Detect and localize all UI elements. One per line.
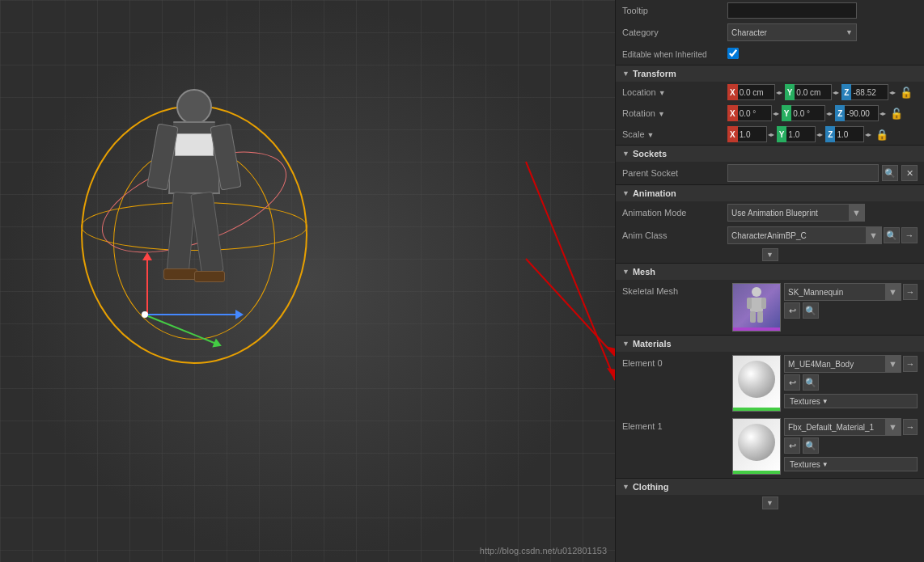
rotation-y-input[interactable]	[791, 105, 825, 121]
element1-search-btn[interactable]: 🔍	[803, 437, 819, 454]
rotation-x-field: X ◂▸	[727, 105, 780, 121]
element0-arrow: ▼	[885, 356, 901, 372]
element0-content: M_UE4Man_Body ▼ → ↩ 🔍 Textures ▼	[732, 355, 918, 412]
location-z-arrows[interactable]: ◂▸	[888, 89, 896, 96]
anim-class-dropdown[interactable]: CharacterAnimBP_C ▼	[727, 226, 882, 244]
rotation-z-field: Z ◂▸	[835, 105, 887, 121]
clothing-expand-btn[interactable]: ▼	[762, 497, 778, 509]
element0-textures-label: Textures	[790, 397, 820, 406]
element1-dropdown[interactable]: Fbx_Default_Material_1 ▼	[784, 418, 901, 436]
element1-textures-btn[interactable]: Textures ▼	[784, 457, 918, 471]
category-dropdown[interactable]: Character ▼	[727, 23, 857, 41]
scale-y-field: Y ◂▸	[777, 126, 824, 142]
category-text: Character	[731, 28, 767, 37]
scale-x-field: X ◂▸	[727, 126, 775, 142]
editable-label: Editable when Inherited	[622, 50, 727, 59]
properties-panel: Tooltip Category Character ▼ Editable wh…	[615, 0, 924, 562]
scale-xyz: X ◂▸ Y ◂▸ Z ◂▸ 🔒	[727, 126, 918, 142]
anim-expand-btn[interactable]: ▼	[762, 248, 778, 261]
scale-x-arrows[interactable]: ◂▸	[767, 131, 775, 138]
element1-label: Element 1	[622, 418, 727, 475]
rotation-z-input[interactable]	[845, 105, 879, 121]
mesh-section-header[interactable]: ▼ Mesh	[616, 263, 924, 280]
element1-textures-label: Textures	[790, 460, 820, 469]
socket-clear-btn[interactable]: ✕	[901, 165, 918, 181]
scale-y-arrows[interactable]: ◂▸	[816, 131, 824, 138]
location-x-arrows[interactable]: ◂▸	[775, 89, 783, 96]
rotation-x-label: X	[727, 105, 738, 121]
location-lock-icon[interactable]: 🔓	[900, 87, 913, 99]
3d-viewport[interactable]: http://blog.csdn.net/u012801153	[0, 0, 615, 562]
location-z-input[interactable]	[851, 84, 888, 100]
tooltip-row: Tooltip	[616, 0, 924, 21]
parent-socket-label: Parent Socket	[622, 168, 727, 178]
element0-textures-btn[interactable]: Textures ▼	[784, 394, 918, 408]
location-x-input[interactable]	[738, 84, 775, 100]
element1-icons-row: ↩ 🔍	[784, 437, 918, 454]
tooltip-input[interactable]	[727, 2, 857, 19]
rotation-x-input[interactable]	[738, 105, 772, 121]
skeletal-mesh-navigate-btn[interactable]: →	[903, 284, 918, 300]
anim-mode-dropdown[interactable]: Use Animation Blueprint ▼	[727, 204, 865, 222]
element1-text: Fbx_Default_Material_1	[785, 423, 885, 432]
transform-section-header[interactable]: ▼ Transform	[616, 65, 924, 82]
socket-search-btn[interactable]: 🔍	[882, 165, 898, 181]
parent-socket-input[interactable]	[727, 164, 879, 182]
anim-mode-row: Animation Mode Use Animation Blueprint ▼	[616, 201, 924, 224]
rotation-lock-icon[interactable]: 🔓	[890, 108, 903, 120]
scale-z-input[interactable]	[835, 126, 864, 142]
anim-class-value: CharacterAnimBP_C ▼ 🔍 →	[727, 226, 918, 244]
svg-rect-6	[747, 298, 752, 309]
animation-section-header[interactable]: ▼ Animation	[616, 184, 924, 201]
element0-search-btn[interactable]: 🔍	[803, 374, 819, 391]
materials-triangle: ▼	[622, 340, 629, 348]
element0-textures-arrow: ▼	[822, 398, 829, 405]
skeletal-mesh-search-btn[interactable]: 🔍	[803, 302, 819, 319]
mesh-icons-row: ↩ 🔍	[784, 302, 918, 319]
skeletal-mesh-back-btn[interactable]: ↩	[784, 302, 800, 319]
rotation-x-arrows[interactable]: ◂▸	[772, 110, 780, 117]
element0-dropdown[interactable]: M_UE4Man_Body ▼	[784, 355, 901, 373]
element0-navigate-btn[interactable]: →	[903, 356, 918, 372]
mesh-thumb-bar	[733, 327, 780, 331]
element0-thumbnail	[732, 355, 781, 412]
svg-rect-5	[750, 298, 763, 312]
rotation-row: Rotation ▼ X ◂▸ Y ◂▸ Z ◂▸	[616, 103, 924, 124]
anim-class-navigate-btn[interactable]: →	[901, 227, 918, 243]
char-head	[176, 89, 212, 125]
editable-checkbox[interactable]	[727, 48, 739, 59]
watermark: http://blog.csdn.net/u012801153	[480, 546, 607, 556]
scale-lock-icon[interactable]: 🔒	[875, 129, 888, 141]
anim-expand-row: ▼	[616, 247, 924, 263]
char-foot-right	[194, 271, 225, 282]
element1-sphere	[738, 424, 775, 461]
scale-z-arrows[interactable]: ◂▸	[864, 131, 872, 138]
element1-back-btn[interactable]: ↩	[784, 437, 800, 454]
element1-navigate-btn[interactable]: →	[903, 419, 918, 435]
sockets-section-header[interactable]: ▼ Sockets	[616, 145, 924, 162]
location-y-label: Y	[785, 84, 795, 100]
location-y-input[interactable]	[795, 84, 832, 100]
mesh-thumb-bg	[733, 284, 780, 331]
scale-y-input[interactable]	[786, 126, 816, 142]
location-x-label: X	[727, 84, 738, 100]
sockets-title: Sockets	[633, 149, 667, 158]
element0-back-btn[interactable]: ↩	[784, 374, 800, 391]
clothing-section-header[interactable]: ▼ Clothing	[616, 478, 924, 495]
mesh-title: Mesh	[633, 267, 655, 277]
location-y-arrows[interactable]: ◂▸	[832, 89, 840, 96]
anim-mode-text: Use Animation Blueprint	[728, 209, 849, 218]
clothing-expand-row: ▼	[616, 495, 924, 511]
materials-section-header[interactable]: ▼ Materials	[616, 335, 924, 352]
svg-rect-9	[757, 311, 763, 323]
scale-label: Scale ▼	[622, 129, 727, 139]
anim-class-row: Anim Class CharacterAnimBP_C ▼ 🔍 →	[616, 224, 924, 247]
rotation-z-arrows[interactable]: ◂▸	[879, 110, 887, 117]
skeletal-mesh-dropdown[interactable]: SK_Mannequin ▼	[784, 283, 901, 301]
editable-value	[727, 48, 918, 61]
anim-class-text: CharacterAnimBP_C	[728, 231, 866, 240]
category-label: Category	[622, 27, 727, 37]
scale-x-input[interactable]	[738, 126, 767, 142]
rotation-y-arrows[interactable]: ◂▸	[825, 110, 833, 117]
anim-class-search-btn[interactable]: 🔍	[884, 227, 900, 243]
